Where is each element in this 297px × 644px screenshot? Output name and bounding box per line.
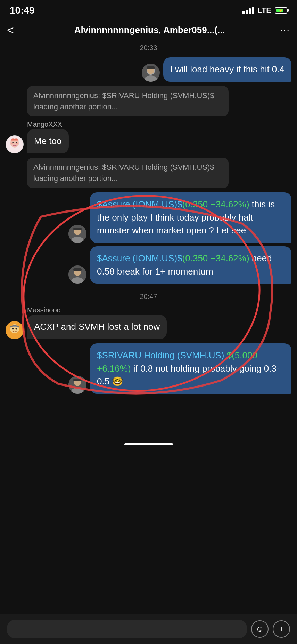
bubble-outgoing-3: $Assure (IONM.US)$(0.350 +34.62%) need 0… [90, 246, 291, 284]
message-row: $Assure (IONM.US)$(0.350 +34.62%) this i… [6, 192, 291, 243]
message-row: ACXP and SVMH lost a lot now [6, 315, 291, 339]
chat-title: Alvinnnnnnngenius, Amber059...(... [19, 25, 280, 35]
svg-point-9 [16, 143, 18, 144]
svg-point-1 [145, 75, 157, 82]
system-bubble: Alvinnnnnnngenius: $SRIVARU Holding (SVM… [27, 86, 229, 117]
username-label: MangoXXX [27, 120, 291, 128]
timestamp-1: 20:33 [6, 44, 291, 52]
svg-point-22 [16, 328, 17, 330]
avatar [68, 265, 86, 284]
messages-area: 20:33 I will load heavy if this hit 0.4 … [0, 41, 297, 437]
bubble-outgoing: I will load heavy if this hit 0.4 [163, 57, 292, 82]
status-time: 10:49 [10, 5, 35, 16]
home-indicator [124, 443, 173, 445]
status-right: LTE ⚡ [242, 6, 287, 15]
avatar-placeholder [6, 98, 24, 116]
timestamp-2: 20:47 [6, 293, 291, 301]
incoming-group-2: Massinooo [6, 306, 291, 341]
bubble-outgoing-4: $SRIVARU Holding (SVMH.US) $(5.000 +6.16… [90, 343, 291, 394]
svg-rect-17 [73, 268, 82, 271]
avatar [6, 135, 24, 153]
avatar [68, 376, 86, 394]
add-button[interactable]: + [273, 620, 290, 638]
bubble-incoming: Me too [27, 129, 69, 153]
message-row: I will load heavy if this hit 0.4 [6, 57, 291, 82]
lte-label: LTE [257, 6, 271, 15]
bubble-incoming-2: ACXP and SVMH lost a lot now [27, 315, 167, 339]
incoming-group: MangoXXX Me too [6, 120, 291, 155]
chat-container: 20:33 I will load heavy if this hit 0.4 … [0, 41, 297, 395]
message-row: $Assure (IONM.US)$(0.350 +34.62%) need 0… [6, 246, 291, 284]
bubble-outgoing-2: $Assure (IONM.US)$(0.350 +34.62%) this i… [90, 192, 291, 243]
emoji-button[interactable]: ☺ [251, 620, 269, 638]
back-button[interactable]: < [7, 23, 14, 37]
avatar [142, 64, 160, 82]
avatar [68, 225, 86, 243]
svg-rect-3 [147, 66, 155, 69]
signal-icon [242, 7, 254, 14]
svg-point-8 [11, 143, 13, 144]
home-indicator-area [0, 437, 297, 449]
svg-rect-13 [73, 228, 82, 230]
avatar-placeholder [6, 170, 24, 188]
message-row: Me too [6, 129, 291, 153]
avatar [6, 321, 24, 339]
message-row: $SRIVARU Holding (SVMH.US) $(5.000 +6.16… [6, 343, 291, 394]
system-message-row-2: Alvinnnnnnngenius: $SRIVARU Holding (SVM… [6, 158, 291, 188]
bottom-bar: ☺ + [0, 614, 297, 644]
status-bar: 10:49 LTE ⚡ [0, 0, 297, 19]
battery-icon: ⚡ [275, 7, 287, 14]
svg-rect-27 [73, 379, 82, 381]
more-button[interactable]: ··· [280, 24, 290, 35]
system-message-row: Alvinnnnnnngenius: $SRIVARU Holding (SVM… [6, 86, 291, 117]
svg-point-21 [12, 328, 14, 330]
username-label-2: Massinooo [27, 306, 291, 314]
message-input[interactable] [7, 620, 247, 638]
chat-header: < Alvinnnnnnngenius, Amber059...(... ··· [0, 19, 297, 41]
annotated-section: $Assure (IONM.US)$(0.350 +34.62%) this i… [6, 192, 291, 287]
system-bubble-2: Alvinnnnnnngenius: $SRIVARU Holding (SVM… [27, 158, 229, 188]
